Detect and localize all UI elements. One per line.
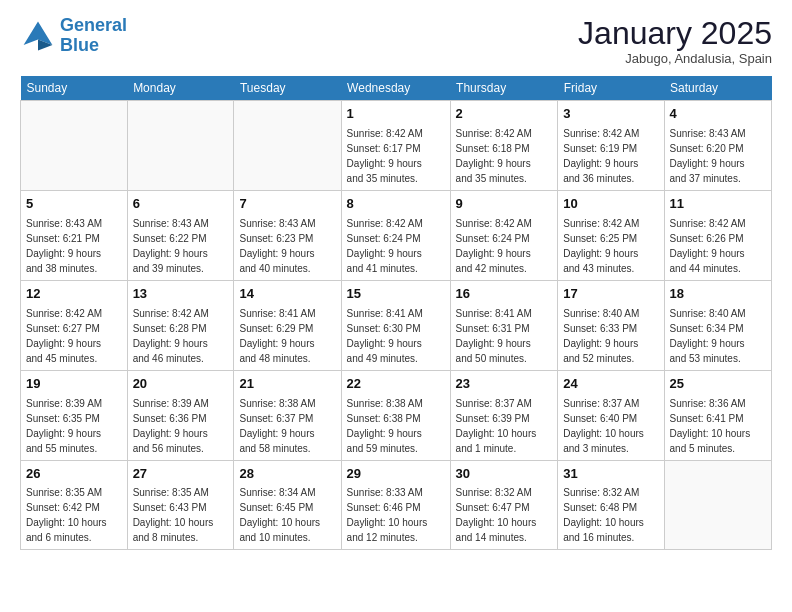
day-number: 20 [133,375,229,394]
day-info: Sunrise: 8:42 AMSunset: 6:24 PMDaylight:… [347,216,445,276]
day-number: 10 [563,195,658,214]
day-number: 29 [347,465,445,484]
week-row-3: 12Sunrise: 8:42 AMSunset: 6:27 PMDayligh… [21,280,772,370]
logo-text: General Blue [60,16,127,56]
day-cell: 17Sunrise: 8:40 AMSunset: 6:33 PMDayligh… [558,280,664,370]
day-number: 2 [456,105,553,124]
day-number: 16 [456,285,553,304]
day-number: 6 [133,195,229,214]
day-cell: 5Sunrise: 8:43 AMSunset: 6:21 PMDaylight… [21,191,128,281]
day-cell: 19Sunrise: 8:39 AMSunset: 6:35 PMDayligh… [21,370,128,460]
day-number: 5 [26,195,122,214]
day-number: 7 [239,195,335,214]
day-info: Sunrise: 8:43 AMSunset: 6:20 PMDaylight:… [670,126,766,186]
day-number: 12 [26,285,122,304]
day-number: 13 [133,285,229,304]
day-cell: 20Sunrise: 8:39 AMSunset: 6:36 PMDayligh… [127,370,234,460]
calendar-body: 1Sunrise: 8:42 AMSunset: 6:17 PMDaylight… [21,101,772,550]
day-cell: 2Sunrise: 8:42 AMSunset: 6:18 PMDaylight… [450,101,558,191]
day-cell: 28Sunrise: 8:34 AMSunset: 6:45 PMDayligh… [234,460,341,550]
day-cell: 1Sunrise: 8:42 AMSunset: 6:17 PMDaylight… [341,101,450,191]
day-info: Sunrise: 8:40 AMSunset: 6:33 PMDaylight:… [563,306,658,366]
day-cell: 25Sunrise: 8:36 AMSunset: 6:41 PMDayligh… [664,370,771,460]
day-cell: 3Sunrise: 8:42 AMSunset: 6:19 PMDaylight… [558,101,664,191]
day-cell: 27Sunrise: 8:35 AMSunset: 6:43 PMDayligh… [127,460,234,550]
col-saturday: Saturday [664,76,771,101]
day-cell [127,101,234,191]
day-cell: 22Sunrise: 8:38 AMSunset: 6:38 PMDayligh… [341,370,450,460]
day-cell: 11Sunrise: 8:42 AMSunset: 6:26 PMDayligh… [664,191,771,281]
col-sunday: Sunday [21,76,128,101]
col-monday: Monday [127,76,234,101]
week-row-2: 5Sunrise: 8:43 AMSunset: 6:21 PMDaylight… [21,191,772,281]
day-info: Sunrise: 8:41 AMSunset: 6:29 PMDaylight:… [239,306,335,366]
col-tuesday: Tuesday [234,76,341,101]
day-info: Sunrise: 8:42 AMSunset: 6:18 PMDaylight:… [456,126,553,186]
day-info: Sunrise: 8:36 AMSunset: 6:41 PMDaylight:… [670,396,766,456]
day-info: Sunrise: 8:38 AMSunset: 6:37 PMDaylight:… [239,396,335,456]
day-cell: 7Sunrise: 8:43 AMSunset: 6:23 PMDaylight… [234,191,341,281]
day-number: 1 [347,105,445,124]
day-info: Sunrise: 8:34 AMSunset: 6:45 PMDaylight:… [239,485,335,545]
day-cell: 30Sunrise: 8:32 AMSunset: 6:47 PMDayligh… [450,460,558,550]
day-info: Sunrise: 8:42 AMSunset: 6:26 PMDaylight:… [670,216,766,276]
day-info: Sunrise: 8:32 AMSunset: 6:48 PMDaylight:… [563,485,658,545]
day-cell: 14Sunrise: 8:41 AMSunset: 6:29 PMDayligh… [234,280,341,370]
calendar-table: Sunday Monday Tuesday Wednesday Thursday… [20,76,772,550]
day-cell: 16Sunrise: 8:41 AMSunset: 6:31 PMDayligh… [450,280,558,370]
day-number: 19 [26,375,122,394]
day-info: Sunrise: 8:42 AMSunset: 6:17 PMDaylight:… [347,126,445,186]
day-cell: 29Sunrise: 8:33 AMSunset: 6:46 PMDayligh… [341,460,450,550]
day-cell: 15Sunrise: 8:41 AMSunset: 6:30 PMDayligh… [341,280,450,370]
day-info: Sunrise: 8:42 AMSunset: 6:27 PMDaylight:… [26,306,122,366]
day-number: 8 [347,195,445,214]
day-info: Sunrise: 8:35 AMSunset: 6:42 PMDaylight:… [26,485,122,545]
day-cell: 23Sunrise: 8:37 AMSunset: 6:39 PMDayligh… [450,370,558,460]
day-info: Sunrise: 8:39 AMSunset: 6:35 PMDaylight:… [26,396,122,456]
location-subtitle: Jabugo, Andalusia, Spain [578,51,772,66]
day-info: Sunrise: 8:42 AMSunset: 6:19 PMDaylight:… [563,126,658,186]
day-info: Sunrise: 8:42 AMSunset: 6:28 PMDaylight:… [133,306,229,366]
day-info: Sunrise: 8:41 AMSunset: 6:31 PMDaylight:… [456,306,553,366]
day-info: Sunrise: 8:43 AMSunset: 6:21 PMDaylight:… [26,216,122,276]
day-cell: 9Sunrise: 8:42 AMSunset: 6:24 PMDaylight… [450,191,558,281]
day-info: Sunrise: 8:41 AMSunset: 6:30 PMDaylight:… [347,306,445,366]
day-number: 28 [239,465,335,484]
day-number: 4 [670,105,766,124]
logo: General Blue [20,16,127,56]
day-cell: 18Sunrise: 8:40 AMSunset: 6:34 PMDayligh… [664,280,771,370]
day-number: 24 [563,375,658,394]
day-number: 21 [239,375,335,394]
day-number: 23 [456,375,553,394]
month-title: January 2025 [578,16,772,51]
day-cell: 21Sunrise: 8:38 AMSunset: 6:37 PMDayligh… [234,370,341,460]
title-block: January 2025 Jabugo, Andalusia, Spain [578,16,772,66]
day-info: Sunrise: 8:33 AMSunset: 6:46 PMDaylight:… [347,485,445,545]
day-number: 26 [26,465,122,484]
day-number: 30 [456,465,553,484]
day-info: Sunrise: 8:37 AMSunset: 6:40 PMDaylight:… [563,396,658,456]
weekday-row: Sunday Monday Tuesday Wednesday Thursday… [21,76,772,101]
day-cell: 6Sunrise: 8:43 AMSunset: 6:22 PMDaylight… [127,191,234,281]
calendar-page: General Blue January 2025 Jabugo, Andalu… [0,0,792,570]
day-number: 17 [563,285,658,304]
day-info: Sunrise: 8:32 AMSunset: 6:47 PMDaylight:… [456,485,553,545]
day-number: 31 [563,465,658,484]
col-thursday: Thursday [450,76,558,101]
logo-general: General [60,15,127,35]
day-cell [664,460,771,550]
week-row-5: 26Sunrise: 8:35 AMSunset: 6:42 PMDayligh… [21,460,772,550]
day-info: Sunrise: 8:35 AMSunset: 6:43 PMDaylight:… [133,485,229,545]
day-number: 9 [456,195,553,214]
header: General Blue January 2025 Jabugo, Andalu… [20,16,772,66]
day-cell: 4Sunrise: 8:43 AMSunset: 6:20 PMDaylight… [664,101,771,191]
col-friday: Friday [558,76,664,101]
day-info: Sunrise: 8:42 AMSunset: 6:25 PMDaylight:… [563,216,658,276]
week-row-1: 1Sunrise: 8:42 AMSunset: 6:17 PMDaylight… [21,101,772,191]
day-info: Sunrise: 8:38 AMSunset: 6:38 PMDaylight:… [347,396,445,456]
day-cell: 24Sunrise: 8:37 AMSunset: 6:40 PMDayligh… [558,370,664,460]
day-cell [234,101,341,191]
day-number: 11 [670,195,766,214]
day-info: Sunrise: 8:40 AMSunset: 6:34 PMDaylight:… [670,306,766,366]
week-row-4: 19Sunrise: 8:39 AMSunset: 6:35 PMDayligh… [21,370,772,460]
